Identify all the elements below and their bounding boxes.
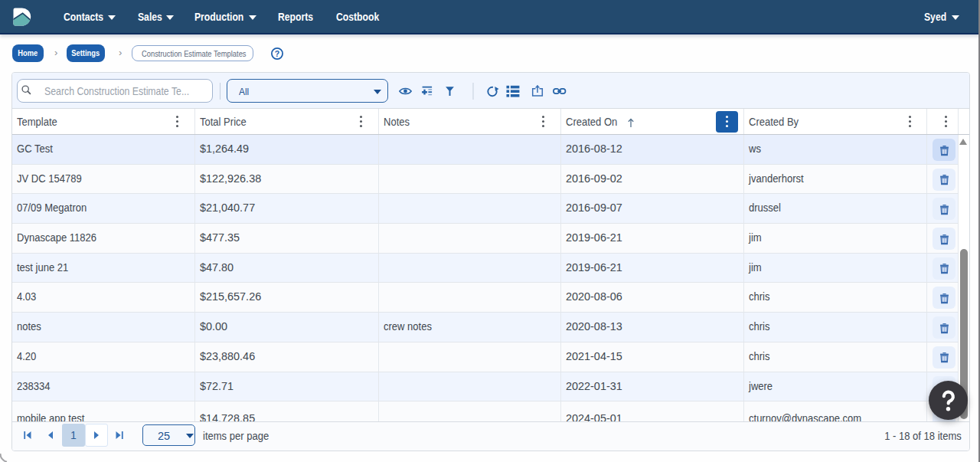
svg-text:?: ? <box>275 49 279 58</box>
